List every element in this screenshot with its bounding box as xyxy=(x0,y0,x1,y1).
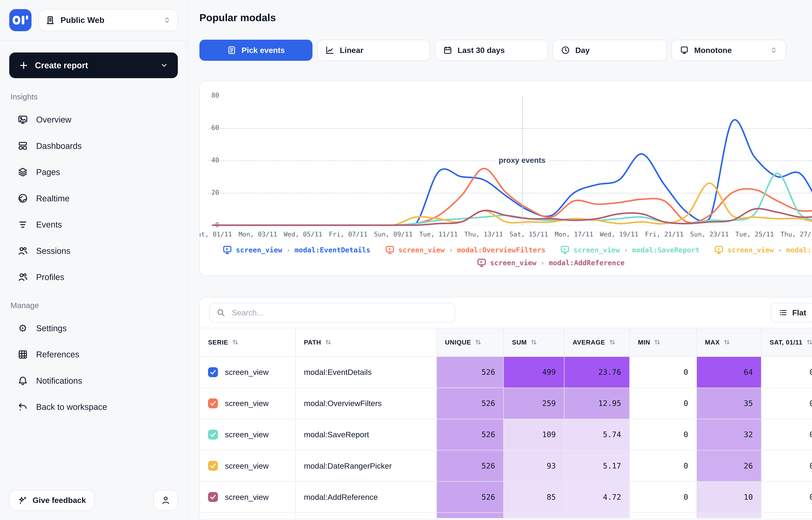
clock-icon xyxy=(561,46,570,55)
row-checkbox[interactable] xyxy=(208,430,218,440)
column-header-unique[interactable]: UNIQUE xyxy=(437,328,504,357)
series-table-card: Flat Unselect All SERIEPATHUNIQU xyxy=(199,297,812,518)
give-feedback-button[interactable]: Give feedback xyxy=(9,490,94,511)
sidebar: Public Web Create report InsightsOvervie… xyxy=(0,0,188,520)
legend-item-modal-daterangerpicker[interactable]: screen_view›modal:DateRangerPicker xyxy=(715,245,812,254)
row-checkbox[interactable] xyxy=(208,492,218,502)
legend-event: screen_view xyxy=(490,259,536,267)
column-header-sum[interactable]: SUM xyxy=(504,328,564,357)
table-body: screen_viewmodal:EventDetails52649923.76… xyxy=(200,357,812,518)
project-name: Public Web xyxy=(61,16,105,25)
sum-cell: 93 xyxy=(504,450,564,482)
serie-name: screen_view xyxy=(225,493,269,502)
row-checkbox[interactable] xyxy=(208,398,218,408)
min-cell: 0 xyxy=(629,450,697,482)
min-cell: 0 xyxy=(629,419,697,450)
section-label-insights: Insights xyxy=(0,82,187,107)
table-row-partial xyxy=(200,513,812,518)
flat-view-button[interactable]: Flat xyxy=(771,303,812,322)
dashboards-icon xyxy=(18,140,28,151)
create-report-button[interactable]: Create report xyxy=(9,52,178,78)
overview-icon xyxy=(18,114,28,125)
x-axis-tick: Wed, 19/11 xyxy=(600,230,639,238)
sidebar-item-events[interactable]: Events xyxy=(9,212,178,238)
path-cell: modal:OverviewFilters xyxy=(296,388,437,419)
row-checkbox[interactable] xyxy=(208,461,218,471)
sort-icon xyxy=(654,339,661,346)
legend-item-modal-eventdetails[interactable]: screen_view›modal:EventDetails xyxy=(223,245,370,254)
sidebar-item-notifications[interactable]: Notifications xyxy=(9,368,178,394)
sidebar-item-overview[interactable]: Overview xyxy=(9,106,178,133)
legend-path: modal:OverviewFilters xyxy=(457,246,545,254)
sidebar-footer: Give feedback xyxy=(0,480,187,520)
sidebar-item-dashboards[interactable]: Dashboards xyxy=(9,133,178,159)
sparkle-icon xyxy=(18,496,27,505)
sidebar-item-settings[interactable]: ⚙Settings xyxy=(9,315,178,341)
sidebar-item-pages[interactable]: Pages xyxy=(9,159,178,185)
chart-type-button[interactable]: Linear xyxy=(317,40,430,61)
sidebar-item-sessions[interactable]: Sessions xyxy=(9,238,178,264)
sessions-icon xyxy=(18,246,28,256)
search-box[interactable] xyxy=(209,303,455,322)
row-checkbox[interactable] xyxy=(208,367,218,377)
user-icon xyxy=(161,495,171,505)
column-header-path[interactable]: PATH xyxy=(296,328,437,357)
notifications-icon xyxy=(18,375,28,386)
flat-label: Flat xyxy=(792,308,806,317)
profiles-icon xyxy=(18,272,28,282)
x-axis-tick: Mon, 03/11 xyxy=(239,230,277,238)
legend-item-modal-overviewfilters[interactable]: screen_view›modal:OverviewFilters xyxy=(386,245,545,254)
table-row-modal-addreference[interactable]: screen_viewmodal:AddReference526854.7201… xyxy=(200,482,812,513)
column-header-serie[interactable]: SERIE xyxy=(200,328,296,357)
user-menu-button[interactable] xyxy=(153,490,178,511)
column-header-average[interactable]: AVERAGE xyxy=(564,328,629,357)
create-report-label: Create report xyxy=(35,60,88,70)
building-icon xyxy=(45,15,55,25)
sidebar-item-label: Settings xyxy=(36,323,67,333)
sat-cell: 0 xyxy=(761,419,812,450)
project-selector[interactable]: Public Web xyxy=(38,9,178,31)
x-axis-tick: Wed, 05/11 xyxy=(284,230,323,238)
unique-cell: 526 xyxy=(437,482,504,513)
sat-cell: 0 xyxy=(761,450,812,482)
event-list-icon xyxy=(227,46,236,55)
sidebar-item-back-to-workspace[interactable]: Back to workspace xyxy=(9,394,178,420)
sat-cell: 0 xyxy=(761,357,812,388)
sum-cell: 109 xyxy=(504,419,564,450)
average-cell: 5.74 xyxy=(564,419,629,450)
line-style-select[interactable]: Monotone xyxy=(672,40,786,61)
serie-name: screen_view xyxy=(225,399,269,408)
table-row-modal-daterangerpicker[interactable]: screen_viewmodal:DateRangerPicker526935.… xyxy=(200,450,812,482)
column-header-min[interactable]: MIN xyxy=(629,328,697,357)
legend-path: modal:DateRangerPicker xyxy=(786,246,812,254)
column-label: SUM xyxy=(512,339,527,346)
date-range-button[interactable]: Last 30 days xyxy=(435,40,548,61)
sort-icon xyxy=(723,339,730,346)
search-input[interactable] xyxy=(231,308,448,318)
legend-item-modal-savereport[interactable]: screen_view›modal:SaveReport xyxy=(561,245,699,254)
column-header-max[interactable]: MAX xyxy=(697,328,761,357)
x-axis-tick: Sun, 23/11 xyxy=(690,230,729,238)
back-icon xyxy=(18,402,28,412)
column-header-sat-01-11[interactable]: SAT, 01/11 xyxy=(761,328,812,357)
column-label: SERIE xyxy=(208,339,228,346)
column-label: PATH xyxy=(304,339,321,346)
table-row-modal-savereport[interactable]: screen_viewmodal:SaveReport5261095.74032… xyxy=(200,419,812,450)
table-row-modal-overviewfilters[interactable]: screen_viewmodal:OverviewFilters52625912… xyxy=(200,388,812,419)
pick-events-button[interactable]: Pick events xyxy=(199,40,312,61)
max-cell: 26 xyxy=(697,450,761,482)
sidebar-item-realtime[interactable]: Realtime xyxy=(9,185,178,212)
sidebar-item-profiles[interactable]: Profiles xyxy=(9,264,178,290)
section-label-manage: Manage xyxy=(0,290,187,315)
interval-button[interactable]: Day xyxy=(553,40,667,61)
table-row-modal-eventdetails[interactable]: screen_viewmodal:EventDetails52649923.76… xyxy=(200,357,812,388)
monitor-icon xyxy=(680,46,689,55)
events-line-chart: 020406080proxy eventsSat, 01/11Mon, 03/1… xyxy=(199,81,812,276)
realtime-icon xyxy=(18,193,28,204)
average-cell: 12.95 xyxy=(564,388,629,419)
chevron-right-icon: › xyxy=(449,246,453,254)
legend-row-2: screen_view›modal:AddReference xyxy=(200,258,812,267)
x-axis-tick: Tue, 11/11 xyxy=(419,230,458,238)
sidebar-item-references[interactable]: References xyxy=(9,341,178,368)
legend-item-modal-addreference[interactable]: screen_view›modal:AddReference xyxy=(477,258,624,267)
